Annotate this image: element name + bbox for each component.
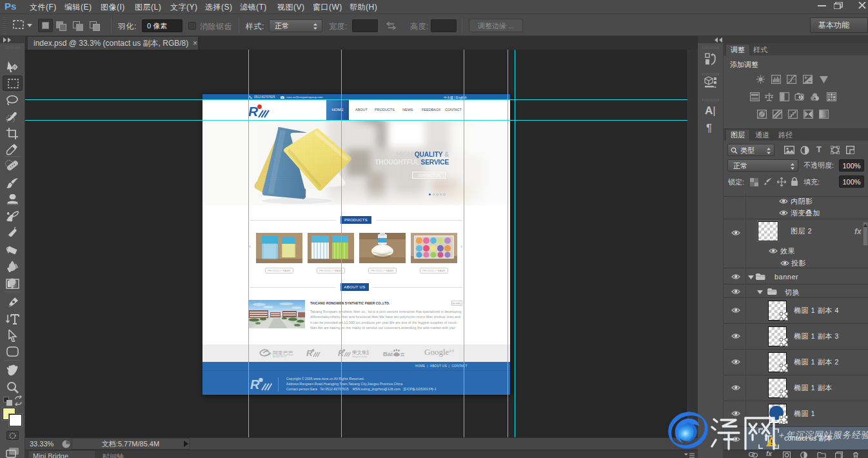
svg-text:R: R [250,377,260,392]
svg-text:Alibaba.com.cn: Alibaba.com.cn [273,355,286,358]
svg-text:Rongwen Group: Rongwen Group [352,355,367,358]
svg-text:R: R [306,348,313,358]
svg-text:R: R [248,104,259,119]
svg-text:百度: 百度 [400,352,406,357]
svg-text:Bai: Bai [383,350,393,357]
